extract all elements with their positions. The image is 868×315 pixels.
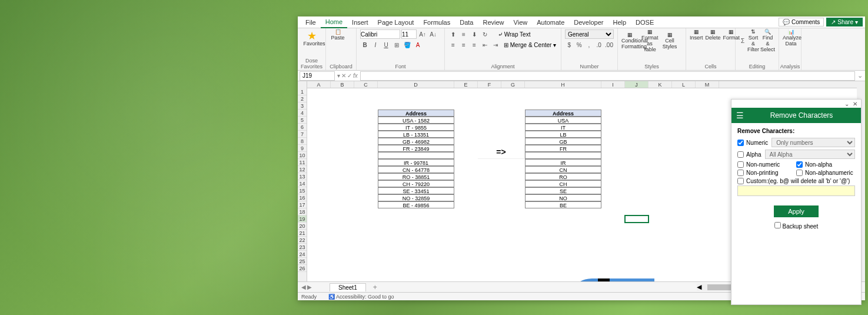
row-header-22[interactable]: 22 [298,237,307,244]
col-header-A[interactable]: A [307,81,331,88]
cell-D8[interactable]: GB - 46982 [378,138,454,145]
row-header-5[interactable]: 5 [298,117,307,124]
italic-icon[interactable]: I [371,40,380,49]
active-cell[interactable] [625,215,648,223]
row-header-15[interactable]: 15 [298,187,307,194]
paste-button[interactable]: 📋Paste [330,29,346,41]
enter-formula-icon[interactable]: ✓ [347,72,352,79]
cell-D15[interactable]: SE - 33451 [378,187,454,194]
orientation-icon[interactable]: ↻ [480,29,490,39]
share-button[interactable]: ↗Share▾ [826,18,863,26]
tab-help[interactable]: Help [608,17,631,28]
font-name-select[interactable] [360,29,400,39]
star-icon[interactable]: ★ [306,29,318,41]
hamburger-icon[interactable]: ☰ [736,111,747,120]
conditional-formatting-button[interactable]: ▦Conditional Formatting [621,32,638,50]
row-header-25[interactable]: 25 [298,258,307,265]
non-printing-checkbox[interactable] [737,170,744,176]
col-header-M[interactable]: M [696,81,719,88]
col-header-C[interactable]: C [354,81,378,88]
row-header-1[interactable]: 1 [298,88,307,95]
name-box[interactable] [300,71,335,81]
row-header-13[interactable]: 13 [298,173,307,180]
next-sheet-icon[interactable]: ▶ [307,284,312,290]
tab-data[interactable]: Data [455,17,478,28]
increase-indent-icon[interactable]: ⇥ [491,40,500,49]
custom-chars-input[interactable] [737,185,855,196]
row-header-3[interactable]: 3 [298,102,307,110]
pane-close-icon[interactable]: ✕ [853,101,857,107]
numeric-checkbox-label[interactable]: Numeric [737,140,768,146]
non-numeric-checkbox[interactable] [737,161,744,168]
expand-formula-bar-icon[interactable]: ⌄ [857,72,863,79]
col-header-L[interactable]: L [672,81,696,88]
col-header-E[interactable]: E [454,81,478,88]
numeric-select[interactable]: Only numbers [771,138,855,147]
non-alphanumeric-checkbox-label[interactable]: Non-alphanumeric [796,170,855,176]
wrap-text-button[interactable]: ⤶ Wrap Text [498,31,530,38]
non-alpha-checkbox-label[interactable]: Non-alpha [796,161,855,168]
alpha-select[interactable]: All Alpha [765,150,855,159]
cell-H7[interactable]: LB [525,131,601,138]
cell-H8[interactable]: GB [525,138,601,145]
alpha-checkbox-label[interactable]: Alpha [737,151,761,158]
autosum-icon[interactable]: Σ [739,37,746,46]
col-header-J[interactable]: J [625,81,648,88]
tab-view[interactable]: View [509,17,533,28]
formula-bar[interactable] [360,71,855,81]
align-top-icon[interactable]: ⬆ [448,29,458,39]
cell-H11[interactable]: IR [525,159,601,166]
cell-H16[interactable]: NO [525,194,601,201]
tab-home[interactable]: Home [321,16,347,28]
row-header-21[interactable]: 21 [298,230,307,237]
delete-cells-button[interactable]: ▦Delete [706,29,721,41]
border-icon[interactable]: ⊞ [392,40,401,49]
bold-icon[interactable]: B [360,40,370,49]
cell-H9[interactable]: FR [525,145,601,152]
tab-formulas[interactable]: Formulas [418,17,455,28]
decrease-decimal-icon[interactable]: .00 [604,40,614,49]
cell-D10[interactable] [378,152,454,159]
align-right-icon[interactable]: ≡ [470,40,479,49]
sort-filter-button[interactable]: ⇅Sort & Filter [747,29,759,53]
backup-sheet-checkbox[interactable] [774,222,781,228]
col-header-I[interactable]: I [601,81,625,88]
col-header-K[interactable]: K [648,81,672,88]
increase-decimal-icon[interactable]: .0 [594,40,603,49]
comments-button[interactable]: 💬Comments [779,18,824,26]
merge-center-button[interactable]: ⊞ Merge & Center ▾ [504,42,556,48]
percent-icon[interactable]: % [575,40,584,49]
non-alpha-checkbox[interactable] [796,161,803,168]
cell-H10[interactable] [525,152,601,159]
col-header-B[interactable]: B [331,81,354,88]
font-color-icon[interactable]: A [413,40,423,49]
row-header-8[interactable]: 8 [298,138,307,145]
cell-D5[interactable]: USA - 1582 [378,117,454,124]
tab-automate[interactable]: Automate [532,17,569,28]
cell-D12[interactable]: CN - 64778 [378,166,454,173]
apply-button[interactable]: Apply [774,205,819,217]
decrease-font-icon[interactable]: A↓ [428,29,438,39]
non-printing-checkbox-label[interactable]: Non-printing [737,170,796,176]
cell-H12[interactable]: CN [525,166,601,173]
pane-dropdown-icon[interactable]: ⌄ [844,101,849,107]
col-header-G[interactable]: G [501,81,525,88]
cell-D16[interactable]: NO - 32859 [378,194,454,201]
prev-sheet-icon[interactable]: ◀ [301,284,306,290]
comma-icon[interactable]: , [585,40,594,49]
row-header-26[interactable]: 26 [298,265,307,272]
fx-icon[interactable]: fx [353,72,358,79]
row-header-11[interactable]: 11 [298,159,307,166]
decrease-indent-icon[interactable]: ⇤ [480,40,490,49]
currency-icon[interactable]: $ [565,40,574,49]
cell-D7[interactable]: LB - 13351 [378,131,454,138]
row-header-19[interactable]: 19 [298,215,307,223]
cell-H5[interactable]: USA [525,117,601,124]
row-header-18[interactable]: 18 [298,208,307,215]
cell-H15[interactable]: SE [525,187,601,194]
name-box-dropdown-icon[interactable]: ▾ [337,72,340,79]
tab-review[interactable]: Review [478,17,508,28]
cell-H13[interactable]: RO [525,173,601,180]
tab-file[interactable]: File [301,17,321,28]
row-header-16[interactable]: 16 [298,194,307,201]
